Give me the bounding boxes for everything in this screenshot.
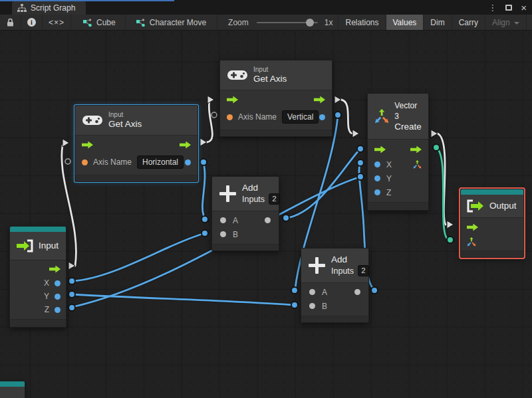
distribute-dropdown[interactable]: Distribute — [527, 15, 532, 30]
port-y[interactable] — [55, 294, 61, 300]
node-get-axis-vertical[interactable]: Input Get Axis Axis Name Vertical — [219, 60, 332, 137]
node-header[interactable]: Input — [10, 232, 66, 260]
node-header[interactable]: Input Get Axis — [220, 60, 332, 90]
node-add-1[interactable]: Add Inputs 2 A B — [211, 176, 279, 251]
node-title: Add — [242, 183, 280, 193]
relations-button[interactable]: Relations — [338, 15, 386, 30]
lock-button[interactable] — [0, 15, 21, 30]
vector3-value-port[interactable] — [467, 237, 476, 247]
node-footer — [220, 130, 332, 136]
vector3-result-port[interactable] — [413, 160, 422, 169]
port-a-label: A — [233, 216, 238, 225]
port-b-label: B — [322, 302, 327, 311]
port-b[interactable] — [220, 231, 226, 237]
node-partial-clipped[interactable] — [0, 381, 25, 398]
sum-port[interactable] — [265, 217, 271, 223]
zoom-value: 1x — [325, 18, 333, 27]
flow-in-arrow-icon[interactable] — [467, 224, 478, 231]
node-category: Input — [253, 66, 287, 74]
axis-name-port[interactable] — [227, 114, 233, 120]
node-add-2[interactable]: Add Inputs 2 A B — [301, 248, 369, 323]
node-footer — [301, 316, 368, 322]
flow-out-arrow-icon[interactable] — [410, 146, 422, 153]
port-z[interactable] — [55, 307, 61, 313]
node-title: Input — [39, 241, 59, 251]
close-icon[interactable]: × — [521, 3, 527, 13]
port-y[interactable] — [374, 175, 380, 181]
port-y-label: Y — [386, 174, 392, 183]
values-button[interactable]: Values — [386, 15, 424, 30]
result-port[interactable] — [185, 159, 191, 165]
port-b-label: B — [233, 230, 238, 239]
node-footer — [461, 250, 523, 257]
node-graph-output[interactable]: Output — [460, 189, 524, 258]
zoom-slider-handle[interactable] — [306, 19, 314, 27]
node-footer — [212, 244, 279, 250]
inputs-label: Inputs — [331, 266, 354, 276]
flow-in-arrow-icon[interactable] — [82, 142, 93, 149]
port-a[interactable] — [309, 289, 315, 295]
node-header[interactable]: Add Inputs 2 — [212, 177, 279, 211]
node-header[interactable]: Output — [461, 195, 523, 218]
inspect-button[interactable]: i — [21, 15, 43, 30]
flow-out-arrow-icon[interactable] — [49, 266, 61, 273]
window-menu-icon[interactable]: ⋮ — [488, 3, 497, 12]
port-x[interactable] — [55, 280, 61, 286]
maximize-icon[interactable] — [505, 5, 512, 11]
carry-button[interactable]: Carry — [452, 15, 485, 30]
dim-button[interactable]: Dim — [424, 15, 452, 30]
flow-out-arrow-icon[interactable] — [180, 142, 191, 149]
axis-name-input[interactable]: Horizontal — [137, 155, 184, 169]
zoom-label: Zoom — [228, 18, 249, 27]
flow-in-arrow-icon[interactable] — [227, 96, 238, 104]
graph-breadcrumb-icon — [136, 19, 145, 27]
script-graph-icon — [17, 4, 27, 12]
gamepad-icon — [227, 68, 247, 82]
node-title: Get Axis — [108, 119, 142, 130]
zoom-slider[interactable] — [257, 22, 318, 23]
inputs-label: Inputs — [242, 195, 265, 204]
tab-script-graph[interactable]: Script Graph — [12, 1, 86, 15]
port-x-label: X — [44, 278, 49, 288]
node-header[interactable]: Add Inputs 2 — [301, 249, 368, 283]
add-icon — [309, 257, 325, 274]
node-footer — [368, 202, 428, 210]
graph-output-icon — [467, 199, 484, 213]
port-z[interactable] — [374, 189, 380, 195]
unit-color-bar — [0, 381, 25, 387]
node-graph-input[interactable]: Input X Y Z — [9, 226, 66, 328]
chevron-down-icon — [514, 22, 519, 25]
node-vector3-create[interactable]: Vector 3 Create X Y Z — [367, 93, 429, 211]
node-header[interactable]: Vector 3 Create — [368, 94, 428, 140]
node-title: Output — [489, 201, 517, 211]
angle-x-icon: <×> — [49, 18, 65, 27]
graph-breadcrumb-icon — [83, 19, 92, 27]
align-dropdown[interactable]: Align — [485, 15, 527, 30]
node-footer — [75, 175, 198, 181]
inputs-count-field[interactable]: 2 — [358, 265, 369, 276]
breadcrumb-character-move[interactable]: Character Move — [126, 15, 217, 30]
graph-toolbar: i <×> Cube Character Move Zoom 1x Relati… — [0, 15, 532, 31]
breadcrumb-label: Character Move — [150, 18, 206, 27]
result-port[interactable] — [319, 114, 325, 120]
node-header[interactable]: Input Get Axis — [75, 106, 198, 136]
breadcrumb-cube[interactable]: Cube — [71, 15, 126, 30]
window-controls: ⋮ × — [488, 0, 527, 15]
port-b[interactable] — [309, 303, 315, 309]
inputs-count-field[interactable]: 2 — [269, 193, 280, 205]
node-get-axis-horizontal[interactable]: Input Get Axis Axis Name Horizontal — [74, 105, 198, 182]
flow-in-arrow-icon[interactable] — [374, 146, 386, 153]
axis-name-input[interactable]: Vertical — [282, 110, 319, 124]
port-x[interactable] — [374, 161, 380, 167]
axis-name-port[interactable] — [82, 159, 88, 165]
node-header[interactable] — [0, 387, 25, 398]
node-footer — [10, 319, 66, 327]
node-title: Add — [331, 254, 369, 265]
lock-icon — [7, 18, 14, 27]
sum-port[interactable] — [354, 289, 360, 295]
code-preview-button[interactable]: <×> — [43, 15, 71, 30]
vector3-icon — [374, 108, 389, 124]
port-a[interactable] — [220, 217, 226, 223]
param-label: Axis Name — [93, 157, 132, 167]
flow-out-arrow-icon[interactable] — [314, 96, 325, 104]
